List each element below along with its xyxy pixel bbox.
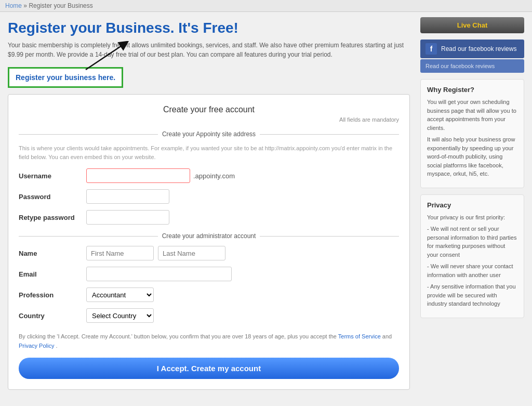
breadcrumb-current: Register your Business <box>29 2 92 9</box>
site-hint-text: This is where your clients would take ap… <box>19 144 399 161</box>
username-label: Username <box>19 172 86 180</box>
terms-of-service-link[interactable]: Terms of Service <box>338 333 381 339</box>
all-mandatory-text: All fields are mandatory <box>19 116 399 123</box>
retype-label: Retype password <box>19 214 86 221</box>
profession-row: Profession Accountant Doctor Lawyer Cons… <box>19 287 399 302</box>
username-row: Username .appointy.com <box>19 168 399 183</box>
profession-select[interactable]: Accountant Doctor Lawyer Consultant Othe… <box>86 287 154 302</box>
facebook-btn-label: Read our facebook reviews <box>441 45 516 53</box>
terms-end: . <box>56 343 58 349</box>
facebook-reviews-button2[interactable]: Read our facebook reviews <box>420 59 524 73</box>
submit-button[interactable]: I Accept. Create my account <box>19 358 399 379</box>
right-sidebar: Live Chat f Read our facebook reviews Re… <box>420 17 524 390</box>
privacy-p2: - We will never share your contact infor… <box>427 262 517 279</box>
form-title: Create your free account <box>19 105 399 114</box>
email-input[interactable] <box>86 267 232 281</box>
email-row: Email <box>19 267 399 281</box>
terms-text: By clicking the 'I Accept. Create my Acc… <box>19 332 399 350</box>
why-register-p2: It will also help your business grow exp… <box>427 135 517 178</box>
country-row: Country Select Country United States Uni… <box>19 308 399 323</box>
register-callout-text: Register your business here. <box>16 73 115 82</box>
why-register-card: Why Register? You will get your own sche… <box>420 79 524 188</box>
breadcrumb-separator: » <box>23 2 27 9</box>
arrow-icon <box>81 41 132 72</box>
form-card: Create your free account All fields are … <box>8 94 410 390</box>
breadcrumb: Home » Register your Business <box>0 0 532 12</box>
password-label: Password <box>19 193 86 201</box>
privacy-card: Privacy Your privacy is our first priori… <box>420 194 524 318</box>
live-chat-button[interactable]: Live Chat <box>420 17 524 33</box>
password-input[interactable] <box>86 189 169 204</box>
breadcrumb-home-link[interactable]: Home <box>5 2 22 9</box>
last-name-input[interactable] <box>158 246 225 260</box>
admin-section-label: Create your administrator account <box>162 232 256 240</box>
svg-line-0 <box>86 44 125 70</box>
why-register-title: Why Register? <box>427 86 517 94</box>
profession-label: Profession <box>19 291 86 299</box>
privacy-policy-link[interactable]: Privacy Policy <box>19 343 54 349</box>
privacy-intro: Your privacy is our first priority: <box>427 213 517 222</box>
password-row: Password <box>19 189 399 204</box>
privacy-p1: - We will not rent or sell your personal… <box>427 225 517 259</box>
terms-and: and <box>382 333 392 339</box>
retype-input[interactable] <box>86 210 169 225</box>
facebook-reviews-button[interactable]: f Read our facebook reviews <box>420 40 524 58</box>
domain-suffix: .appointy.com <box>193 172 235 180</box>
retype-row: Retype password <box>19 210 399 225</box>
privacy-title: Privacy <box>427 201 517 209</box>
terms-prefix: By clicking the 'I Accept. Create my Acc… <box>19 333 337 339</box>
first-name-input[interactable] <box>86 246 154 260</box>
admin-section-divider: Create your administrator account <box>19 232 399 240</box>
country-label: Country <box>19 312 86 320</box>
site-section-label: Create your Appointy site address <box>162 130 256 138</box>
privacy-p3: - Any sensitive information that you pro… <box>427 282 517 308</box>
why-register-p1: You will get your own scheduling busines… <box>427 98 517 132</box>
page-subtitle: Your basic membership is completely free… <box>8 41 410 59</box>
site-section-divider: Create your Appointy site address <box>19 130 399 138</box>
left-column: Register your Business. It's Free! Your … <box>8 17 410 390</box>
facebook-btn2-label: Read our facebook reviews <box>425 63 495 69</box>
email-label: Email <box>19 270 86 278</box>
name-label: Name <box>19 250 86 257</box>
main-wrapper: Register your Business. It's Free! Your … <box>0 12 532 395</box>
name-row: Name <box>19 246 399 260</box>
username-input[interactable] <box>86 168 190 183</box>
facebook-icon: f <box>425 43 437 55</box>
name-fields <box>86 246 225 260</box>
country-select[interactable]: Select Country United States United King… <box>86 308 154 323</box>
page-title: Register your Business. It's Free! <box>8 20 410 36</box>
